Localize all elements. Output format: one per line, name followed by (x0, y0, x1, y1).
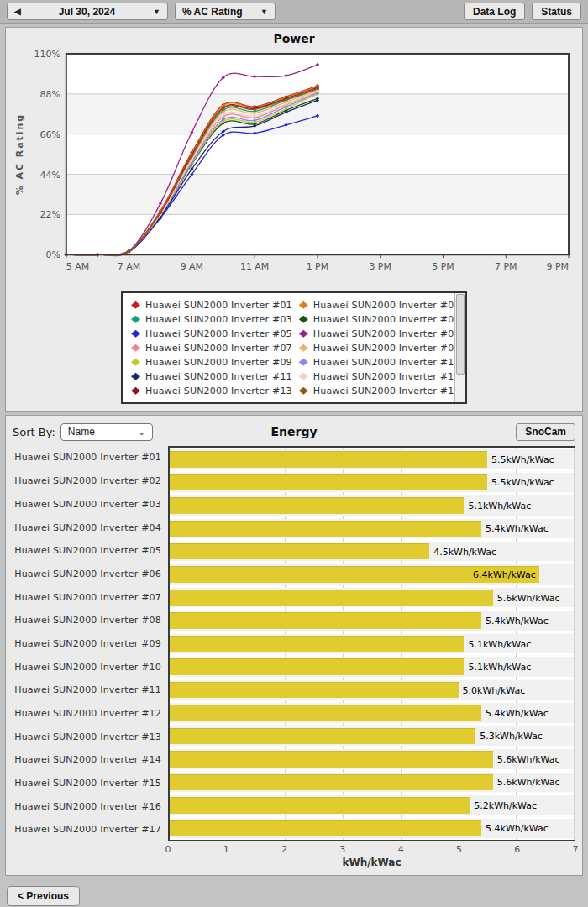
legend-marker-diamond-icon (299, 373, 308, 380)
energy-bar-row: 5.4kWh/kWac (170, 517, 574, 540)
legend-marker-diamond-icon (299, 359, 308, 366)
legend-marker-diamond-icon (299, 344, 308, 352)
legend-label: Huawei SUN2000 Inverter #14 (313, 385, 460, 396)
legend-marker-diamond-icon (299, 301, 308, 309)
energy-row-label: Huawei SUN2000 Inverter #17 (13, 818, 168, 841)
energy-row-label: Huawei SUN2000 Inverter #09 (13, 632, 168, 656)
legend-item: Huawei SUN2000 Inverter #13 (131, 385, 292, 396)
power-x-tick-label: 5 PM (432, 261, 454, 272)
legend-marker-diamond-icon (131, 330, 140, 338)
legend-label: Huawei SUN2000 Inverter #03 (145, 314, 292, 325)
energy-x-tick-label: 7 (573, 844, 579, 855)
legend-item: Huawei SUN2000 Inverter #12 (299, 370, 460, 382)
legend-label: Huawei SUN2000 Inverter #02 (313, 300, 460, 311)
energy-chart: Huawei SUN2000 Inverter #01Huawei SUN200… (13, 446, 575, 841)
footer: < Previous (0, 879, 588, 907)
legend-item: Huawei SUN2000 Inverter #09 (131, 356, 292, 368)
energy-row-label: Huawei SUN2000 Inverter #02 (13, 469, 168, 493)
energy-bar (170, 705, 481, 721)
energy-bar (170, 658, 464, 674)
power-panel: Power 0%22%44%66%88%110%5 AM7 AM9 AM11 A… (5, 27, 583, 412)
energy-bar-row: 5.5kWh/kWac (170, 471, 574, 494)
energy-bar-value: 5.5kWh/kWac (491, 454, 554, 464)
energy-bar-value: 4.5kWh/kWac (433, 546, 496, 557)
energy-bar (170, 636, 464, 652)
energy-bar-row: 5.4kWh/kWac (170, 701, 574, 724)
legend-marker-diamond-icon (131, 301, 140, 309)
energy-bar-value: 5.5kWh/kWac (491, 477, 554, 488)
energy-row-label: Huawei SUN2000 Inverter #05 (13, 539, 168, 563)
legend-marker-diamond-icon (131, 387, 140, 395)
legend-scrollbar-thumb[interactable] (456, 294, 465, 375)
power-x-tick-label: 3 PM (369, 261, 391, 272)
data-log-button[interactable]: Data Log (464, 3, 525, 20)
energy-bar-row: 6.4kWh/kWac (170, 563, 574, 585)
sort-by-value: Name (68, 426, 95, 438)
metric-selector[interactable]: % AC Rating ▼ (175, 3, 276, 20)
power-x-tick-label: 1 PM (307, 261, 329, 272)
energy-bar-row: 4.5kWh/kWac (170, 540, 574, 563)
chevron-down-icon: ▼ (153, 8, 160, 16)
power-y-axis-label: % AC Rating (14, 113, 25, 196)
energy-bar-value: 5.4kWh/kWac (486, 616, 549, 627)
energy-row-label: Huawei SUN2000 Inverter #10 (13, 655, 168, 679)
legend-marker-diamond-icon (299, 330, 308, 338)
power-y-tick-label: 22% (39, 209, 60, 220)
energy-x-axis: 01234567 (13, 841, 575, 856)
sort-by-select[interactable]: Name ⌄ (60, 423, 153, 441)
energy-x-tick-label: 1 (223, 844, 229, 855)
energy-bar-row: 5.4kWh/kWac (170, 609, 574, 632)
power-y-tick-label: 66% (39, 129, 60, 140)
energy-bar-row: 5.2kWh/kWac (170, 794, 574, 816)
energy-bar-value: 5.1kWh/kWac (468, 662, 531, 673)
legend-marker-diamond-icon (299, 316, 308, 323)
energy-x-tick-label: 0 (165, 844, 171, 855)
power-legend: Huawei SUN2000 Inverter #01Huawei SUN200… (121, 291, 467, 404)
energy-row-label: Huawei SUN2000 Inverter #03 (13, 493, 168, 516)
snocam-button[interactable]: SnoCam (516, 423, 575, 441)
legend-scrollbar[interactable] (454, 293, 465, 402)
sort-by-label: Sort By: (13, 426, 55, 438)
legend-label: Huawei SUN2000 Inverter #07 (145, 343, 292, 354)
legend-label: Huawei SUN2000 Inverter #13 (145, 385, 292, 396)
legend-label: Huawei SUN2000 Inverter #11 (145, 371, 292, 382)
energy-bar-value: 5.0kWh/kWac (463, 684, 526, 695)
previous-button[interactable]: < Previous (7, 886, 80, 906)
power-chart: 0%22%44%66%88%110%5 AM7 AM9 AM11 AM1 PM3… (9, 47, 579, 288)
energy-bar (170, 820, 481, 836)
power-x-tick-label: 7 AM (118, 261, 140, 272)
energy-bar-value: 5.6kWh/kWac (497, 592, 560, 603)
energy-bar-row: 5.0kWh/kWac (170, 679, 574, 701)
energy-bar-value: 5.2kWh/kWac (474, 800, 537, 810)
energy-bar (170, 751, 493, 767)
power-x-tick-label: 5 AM (66, 261, 89, 272)
back-arrow-icon[interactable]: ◀ (14, 7, 21, 16)
legend-label: Huawei SUN2000 Inverter #04 (313, 314, 460, 325)
energy-bar (170, 728, 475, 744)
power-y-tick-label: 44% (39, 170, 60, 181)
energy-row-label: Huawei SUN2000 Inverter #04 (13, 516, 168, 539)
energy-panel: Sort By: Name ⌄ Energy SnoCam Huawei SUN… (5, 415, 583, 876)
energy-bar-row: 5.5kWh/kWac (170, 448, 574, 470)
legend-marker-diamond-icon (131, 359, 140, 366)
chevron-down-icon: ▼ (260, 8, 268, 16)
energy-bar-plot: 5.5kWh/kWac5.5kWh/kWac5.1kWh/kWac5.4kWh/… (168, 446, 575, 841)
legend-item: Huawei SUN2000 Inverter #08 (299, 342, 460, 354)
energy-row-label: Huawei SUN2000 Inverter #06 (13, 563, 168, 586)
power-y-tick-label: 0% (45, 249, 60, 260)
status-button[interactable]: Status (532, 3, 581, 20)
legend-label: Huawei SUN2000 Inverter #09 (145, 357, 292, 368)
energy-bar (170, 774, 493, 790)
energy-x-label-row: kWh/kWac (13, 856, 575, 868)
power-y-tick-label: 88% (39, 89, 60, 100)
energy-bar-value: 5.3kWh/kWac (480, 731, 543, 742)
energy-bar (170, 797, 470, 813)
energy-row-label: Huawei SUN2000 Inverter #01 (13, 446, 168, 469)
legend-item: Huawei SUN2000 Inverter #05 (131, 328, 292, 339)
chevron-down-icon: ⌄ (138, 427, 144, 437)
energy-bar-row: 5.1kWh/kWac (170, 655, 574, 678)
legend-marker-diamond-icon (131, 373, 140, 380)
date-selector[interactable]: ◀ Jul 30, 2024 ▼ (7, 3, 168, 20)
legend-item: Huawei SUN2000 Inverter #03 (131, 313, 292, 325)
power-x-tick-label: 11 AM (240, 261, 269, 272)
